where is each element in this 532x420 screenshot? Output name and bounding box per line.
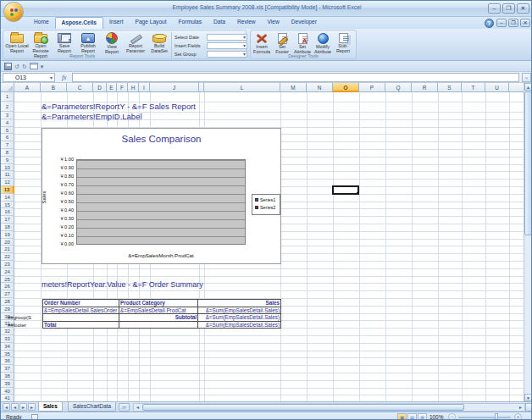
redo-icon[interactable]: ↻ [22,63,27,70]
tab-developer[interactable]: Developer [285,17,323,29]
next-sheet-icon[interactable]: ► [19,403,27,411]
selected-cell-O13[interactable] [332,185,359,195]
row-header-41[interactable]: 41 [1,395,14,401]
row-header-1[interactable]: 1 [1,92,14,102]
sub-report-button[interactable]: Sub-Report [333,32,353,56]
column-header-T[interactable]: T [462,83,485,92]
column-header-R[interactable]: R [412,83,438,92]
tab-aspose-cells[interactable]: Aspose.Cells [55,17,103,29]
row-header-37[interactable]: 37 [1,365,14,373]
page-break-view-icon[interactable]: ▥ [418,413,427,420]
tab-insert[interactable]: Insert [103,17,130,29]
scroll-up-icon[interactable]: ▲ [524,83,532,91]
column-header-S[interactable]: S [438,83,462,92]
open-local-report-button[interactable]: Open Local Report [5,32,29,56]
undo-icon[interactable]: ↺ [14,63,19,70]
restore-button[interactable]: ❐ [502,3,515,14]
row-header-35[interactable]: 35 [1,351,14,358]
column-header-P[interactable]: P [359,83,385,92]
column-header-C[interactable]: C [67,83,93,92]
row-header-23[interactable]: 23 [1,261,14,268]
row-header-25[interactable]: 25 [1,276,14,284]
row-header-4[interactable]: 4 [1,119,14,127]
column-header-A[interactable]: A [14,83,41,92]
tab-split-handle[interactable] [525,403,532,412]
formula-input[interactable] [72,73,519,82]
row-header-32[interactable]: 32 [1,328,14,335]
row-header-24[interactable]: 24 [1,268,14,276]
office-button[interactable] [3,2,24,22]
name-box-arrow-icon[interactable]: ▾ [50,75,53,80]
column-header-H[interactable]: H [128,83,139,92]
tab-formulas[interactable]: Formulas [173,17,208,29]
insert-formula-button[interactable]: Insert Formula [252,32,272,56]
normal-view-icon[interactable]: ▦ [397,413,407,420]
tab-page-layout[interactable]: Page Layout [130,17,173,29]
sheet-tab-saleschartdata[interactable]: SalesChartData [68,402,116,412]
page-layout-view-icon[interactable]: ▤ [407,413,417,420]
column-header-M[interactable]: M [280,83,307,92]
view-report-button[interactable]: View Report [100,32,124,56]
horizontal-scrollbar[interactable]: ◄ ► [133,403,525,412]
publish-report-button[interactable]: Publish Report [76,32,100,56]
column-header-B[interactable]: B [41,83,67,92]
select-date-combobox[interactable] [207,34,247,41]
row-header-3[interactable]: 3 [1,112,14,119]
row-header-13[interactable]: 13 [1,186,14,194]
zoom-out-icon[interactable]: – [448,413,456,420]
insert-worksheet-tab[interactable] [119,403,130,412]
column-header-O[interactable]: O [333,83,359,92]
row-header-10[interactable]: 10 [1,164,14,172]
tab-home[interactable]: Home [28,17,55,29]
column-header-J[interactable]: J [150,83,199,92]
row-header-18[interactable]: 18 [1,224,14,231]
help-icon[interactable]: ? [485,19,494,28]
close-button[interactable]: ✕ [517,3,529,14]
tab-data[interactable]: Data [208,17,231,29]
row-header-14[interactable]: 14 [1,194,14,202]
vertical-scroll-thumb[interactable] [524,91,532,235]
row-header-5[interactable]: 5 [1,127,14,135]
build-dataset-button[interactable]: Build DataSet [147,32,171,56]
row-header-6[interactable]: 6 [1,134,14,141]
zoom-in-icon[interactable]: + [514,413,522,420]
insert-fields-combobox[interactable] [207,42,247,49]
row-header-28[interactable]: 28 [1,298,14,306]
row-header-8[interactable]: 8 [1,149,14,157]
column-header-D[interactable]: D [93,83,107,92]
row-header-12[interactable]: 12 [1,179,14,186]
row-header-19[interactable]: 19 [1,231,14,239]
workbook-close-button[interactable]: ✕ [520,19,530,27]
open-remote-report-button[interactable]: Open Remote Report [29,32,53,56]
zoom-slider-track[interactable] [458,417,511,418]
column-header-N[interactable]: N [307,83,333,92]
sheet-grid[interactable]: ABCDEFHIJLMNOPQRSTU123456789101112131415… [1,83,525,401]
workbook-restore-button[interactable]: ❐ [508,19,518,27]
macro-record-icon[interactable] [31,414,38,420]
scroll-down-icon[interactable]: ▼ [524,394,532,401]
scroll-right-icon[interactable]: ► [517,404,524,411]
formula-bar-expand-icon[interactable]: ⌄ [522,73,531,82]
row-header-20[interactable]: 20 [1,239,14,246]
row-header-2[interactable]: 2 [1,102,14,112]
sales-comparison-chart[interactable]: Sales Comparison ¥ 1.00¥ 0.90¥ 0.80¥ 0.7… [42,128,281,264]
preview-icon[interactable] [30,63,38,69]
row-header-39[interactable]: 39 [1,380,14,388]
set-attribute-button[interactable]: Set Attribute [292,32,313,56]
column-header-E[interactable]: E [107,83,117,92]
first-sheet-icon[interactable]: ◄ [3,403,10,411]
row-header-29[interactable]: 29 [1,306,14,313]
save-report-button[interactable]: Save Report [53,32,76,56]
row-header-9[interactable]: 9 [1,157,14,164]
row-header-38[interactable]: 38 [1,373,14,380]
select-all-corner[interactable] [1,83,14,92]
row-header-27[interactable]: 27 [1,290,14,298]
vertical-scrollbar[interactable]: ▲ ▼ [524,83,531,401]
workbook-minimize-button[interactable]: – [496,19,507,27]
zoom-level[interactable]: 100% [429,414,443,420]
zoom-slider-thumb[interactable] [495,413,498,420]
row-header-17[interactable]: 17 [1,216,14,224]
sheet-tab-sales[interactable]: Sales [38,402,63,412]
row-header-7[interactable]: 7 [1,141,14,149]
tab-view[interactable]: View [262,17,285,29]
